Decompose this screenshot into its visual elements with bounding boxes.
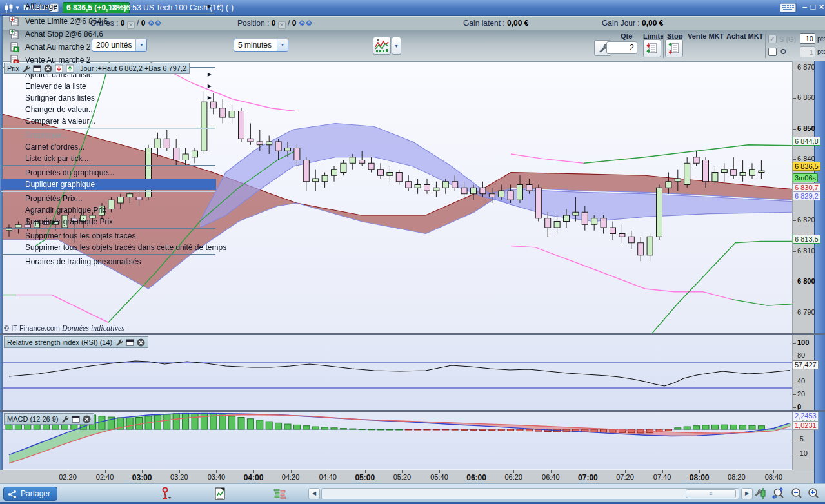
share-button[interactable]: Partager: [3, 487, 57, 501]
menu-item-horaires-de-trading-personnalis-s[interactable]: Horaires de trading personnalisés: [1, 256, 216, 267]
pts2-label: pts: [817, 48, 825, 55]
sg-label: S (G): [779, 35, 796, 43]
menu-item-achat-stop-2-6-864-6[interactable]: Achat Stop 2@6 864,6: [1, 28, 216, 41]
buy-market-icon: [9, 42, 19, 52]
close-icon[interactable]: [83, 415, 91, 423]
stop-pts-input[interactable]: [800, 33, 815, 44]
stop-guaranteed-checkbox[interactable]: ✓: [768, 35, 777, 43]
timeframe-select[interactable]: 5 minutes ▼: [234, 39, 288, 52]
price-axis-badge: 3m06s: [793, 173, 818, 182]
time-axis-label: 03:20: [170, 473, 188, 481]
gain-latent: Gain latent : 0,00 €: [463, 19, 528, 28]
price-axis-badge: 6 813,5: [793, 235, 820, 244]
share-icon: [8, 490, 17, 499]
menu-item-supprimer-tous-les-objets-trac-s[interactable]: Supprimer tous les objets tracés: [1, 230, 216, 242]
menu-item-agrandir-graphique-prix[interactable]: Agrandir graphique Prix: [1, 204, 216, 216]
price-axis-tick: 6 820: [793, 216, 814, 224]
zoom-in-icon[interactable]: [806, 487, 820, 501]
day-high-low-info: Jour :+Haut 6 862,2 +Bas 6 797,2: [80, 64, 186, 72]
context-menu: Affichage▶Vente Limite 2@6 864,6Achat St…: [0, 0, 217, 268]
horizontal-scrollbar[interactable]: ≡: [321, 488, 739, 499]
time-axis-label: 05:20: [393, 473, 412, 481]
window-icon[interactable]: [33, 64, 41, 73]
close-icon[interactable]: [44, 64, 52, 73]
menu-item-affichage[interactable]: Affichage▶: [1, 1, 216, 12]
menu-item-supprimer-graphique-prix[interactable]: Supprimer graphique Prix: [1, 216, 216, 228]
menu-item-vente-limite-2-6-864-6[interactable]: Vente Limite 2@6 864,6: [1, 15, 216, 28]
rsi-axis-tick: 20: [793, 390, 814, 398]
sell-arrow-icon[interactable]: [55, 64, 63, 73]
oco-checkbox[interactable]: [768, 48, 777, 56]
timeframe-select-arrow-icon[interactable]: ▼: [277, 39, 288, 51]
menu-item-dupliquer-graphique[interactable]: Dupliquer graphique: [1, 179, 216, 190]
limit-pts-input[interactable]: [800, 46, 815, 57]
close-icon[interactable]: [137, 338, 145, 347]
menu-item-enlever-de-la-liste[interactable]: Enlever de la liste▶: [1, 81, 216, 92]
menu-item-carnet-d-ordres[interactable]: Carnet d'ordres...: [1, 141, 216, 153]
gain-jour-label: Gain Jour :: [602, 19, 640, 28]
zoom-out-icon[interactable]: [790, 487, 804, 501]
menu-item-comparer-valeur[interactable]: Comparer à valeur...: [1, 115, 216, 127]
gain-jour: Gain Jour : 0,00 €: [602, 19, 663, 28]
price-axis-badge: 6 844,8: [793, 137, 820, 146]
order-book-icon[interactable]: [273, 487, 287, 501]
panel-splitter[interactable]: [0, 410, 825, 412]
menu-item-graphique: Graphique...: [1, 130, 216, 141]
achat-mkt-label: Achat MKT: [726, 32, 763, 40]
chart-settings-icon[interactable]: [753, 487, 768, 501]
scrollbar-thumb[interactable]: ≡: [686, 489, 736, 498]
keyboard-icon[interactable]: [780, 3, 797, 15]
vente-mkt-label: Vente MKT: [688, 32, 724, 40]
qty-input[interactable]: [606, 41, 637, 54]
panel-splitter[interactable]: [0, 333, 825, 335]
position-label: Position :: [237, 19, 269, 28]
rsi-axis-tick: 100: [793, 338, 814, 346]
price-axis-badge: 6 829,2: [793, 191, 820, 200]
time-axis-label: 04:40: [319, 473, 337, 481]
position-gear-icon[interactable]: ⚙⚙: [299, 19, 313, 28]
limite-order-button[interactable]: [643, 39, 661, 57]
chart-type-dropdown-arrow[interactable]: ▼: [392, 37, 401, 55]
close-button[interactable]: ×: [817, 2, 825, 12]
menu-item-propri-t-s-prix[interactable]: Propriétés Prix...: [1, 193, 216, 204]
menu-item-liste-tick-par-tick[interactable]: Liste tick par tick ...: [1, 153, 216, 164]
position-close-icon[interactable]: ✕: [278, 21, 286, 29]
time-axis-label: 07:20: [616, 473, 634, 481]
price-axis-tick: 6 800: [793, 277, 814, 285]
time-axis-label: 04:20: [282, 473, 300, 481]
price-axis-badge: 6 830,7: [793, 183, 820, 192]
buy-arrow-icon[interactable]: [66, 64, 74, 73]
submenu-arrow-icon: ▶: [208, 81, 212, 92]
scroll-left-button[interactable]: ◀: [308, 488, 320, 499]
menu-item-changer-de-valeur[interactable]: Changer de valeur...: [1, 104, 216, 115]
qty-label: Qté: [621, 32, 632, 40]
timeframe-select-value: 5 minutes: [234, 39, 277, 51]
wrench-icon[interactable]: [22, 64, 30, 73]
macd-chart-canvas[interactable]: [3, 412, 792, 469]
position-count2: 0: [292, 19, 297, 28]
wrench-icon[interactable]: [61, 415, 69, 423]
window-icon[interactable]: [126, 338, 134, 347]
trading-platform-window: ▼ NASDAQ i 6 836,5 (+0,18%) 08:36:53 US …: [0, 0, 825, 504]
menu-item-surligner-dans-listes[interactable]: Surligner dans listes▶: [1, 92, 216, 104]
rsi-panel-title: Relative strength index (RSI) (14): [7, 338, 112, 346]
menu-item-supprimer-tous-les-objets-trac-s-dans-ce[interactable]: Supprimer tous les objets tracés dans ce…: [1, 242, 216, 253]
price-axis-tick: 6 810: [793, 247, 814, 255]
submenu-arrow-icon: ▶: [208, 1, 212, 12]
highlight-marker-icon[interactable]: [159, 487, 173, 501]
limit-order-icon: [646, 42, 659, 55]
time-axis-label: 05:40: [430, 473, 448, 481]
time-axis: 02:2002:4003:0003:2003:4004:0004:2004:40…: [0, 470, 814, 483]
stop-order-button[interactable]: [665, 39, 683, 57]
zoom-area-icon[interactable]: [771, 487, 786, 501]
rsi-axis-badge: 57,427: [793, 360, 819, 369]
menu-item-propri-t-s-du-graphique[interactable]: Propriétés du graphique...: [1, 167, 216, 179]
menu-item-achat-au-march-2[interactable]: Achat Au marché 2: [1, 41, 216, 53]
price-axis: 6 8706 8606 8506 8406 8206 8106 8006 790…: [792, 61, 814, 470]
report-document-icon[interactable]: [213, 487, 227, 501]
window-icon[interactable]: [72, 415, 80, 423]
scroll-right-button[interactable]: ▶: [741, 488, 753, 499]
wrench-icon[interactable]: [115, 338, 123, 347]
gain-jour-value: 0,00 €: [642, 19, 663, 28]
chart-type-button[interactable]: [373, 37, 391, 55]
